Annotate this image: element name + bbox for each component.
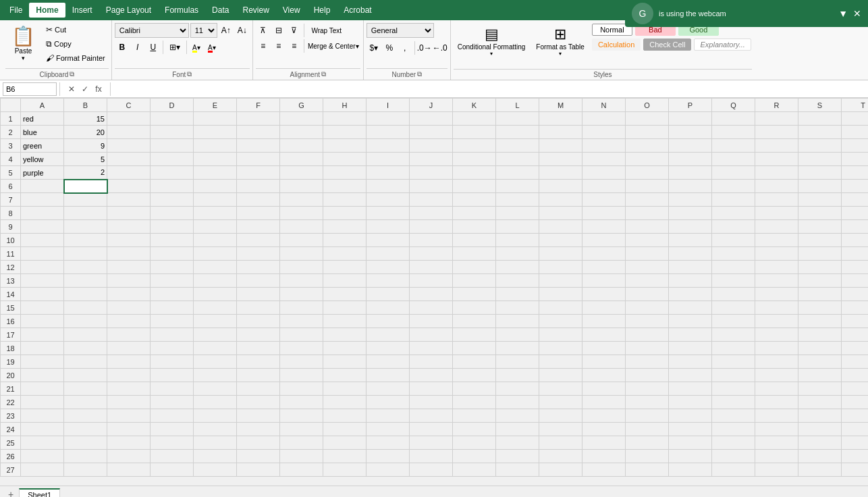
cell-F12[interactable] (237, 261, 280, 274)
cell-L22[interactable] (496, 396, 539, 409)
cell-O16[interactable] (626, 315, 669, 328)
cell-J12[interactable] (410, 261, 453, 274)
cell-R5[interactable] (755, 166, 798, 180)
cell-S3[interactable] (798, 139, 842, 153)
cell-R27[interactable] (755, 463, 798, 477)
cell-O9[interactable] (626, 220, 669, 234)
cell-M14[interactable] (539, 288, 582, 301)
cell-F3[interactable] (237, 139, 280, 153)
cell-C12[interactable] (107, 261, 151, 274)
cell-N10[interactable] (582, 234, 626, 247)
cell-H18[interactable] (323, 342, 367, 355)
cell-B27[interactable] (64, 463, 107, 477)
cell-L3[interactable] (496, 139, 539, 153)
cell-N21[interactable] (582, 382, 626, 396)
cell-A17[interactable] (21, 328, 64, 342)
menu-item-acrobat[interactable]: Acrobat (337, 3, 378, 18)
cell-P27[interactable] (669, 463, 712, 477)
row-num-9[interactable]: 9 (1, 220, 21, 234)
cell-R19[interactable] (755, 355, 798, 369)
cell-A20[interactable] (21, 369, 64, 382)
conditional-formatting-button[interactable]: ▤ Conditional Formatting ▾ (454, 23, 530, 59)
row-num-8[interactable]: 8 (1, 207, 21, 220)
cell-A6[interactable] (21, 180, 64, 193)
cell-B11[interactable] (64, 247, 107, 261)
cell-H13[interactable] (323, 274, 367, 288)
cell-R23[interactable] (755, 409, 798, 423)
cell-O12[interactable] (626, 261, 669, 274)
cell-D15[interactable] (151, 301, 194, 315)
cell-C11[interactable] (107, 247, 151, 261)
cell-R6[interactable] (755, 180, 798, 193)
wrap-text-button[interactable]: Wrap Text (306, 23, 347, 38)
cell-B8[interactable] (64, 207, 107, 220)
cell-J11[interactable] (410, 247, 453, 261)
cell-P24[interactable] (669, 423, 712, 436)
cell-A14[interactable] (21, 288, 64, 301)
col-header-Q[interactable]: Q (712, 99, 755, 112)
cell-A18[interactable] (21, 342, 64, 355)
cell-A7[interactable] (21, 193, 64, 207)
col-header-M[interactable]: M (539, 99, 582, 112)
cell-I13[interactable] (367, 274, 410, 288)
cell-B6[interactable] (64, 180, 107, 193)
cell-E24[interactable] (194, 423, 237, 436)
cell-I9[interactable] (367, 220, 410, 234)
cell-S26[interactable] (798, 450, 842, 463)
menu-item-page layout[interactable]: Page Layout (99, 3, 158, 18)
cell-Q9[interactable] (712, 220, 755, 234)
cell-T8[interactable] (842, 207, 869, 220)
cell-B4[interactable]: 5 (64, 153, 107, 166)
cell-C4[interactable] (107, 153, 151, 166)
cell-J1[interactable] (410, 112, 453, 126)
cell-D17[interactable] (151, 328, 194, 342)
cell-I14[interactable] (367, 288, 410, 301)
cell-T20[interactable] (842, 369, 869, 382)
cell-E11[interactable] (194, 247, 237, 261)
decrease-decimal-button[interactable]: ←.0 (433, 41, 447, 55)
cell-I20[interactable] (367, 369, 410, 382)
cell-G26[interactable] (280, 450, 323, 463)
cell-Q24[interactable] (712, 423, 755, 436)
cell-G6[interactable] (280, 180, 323, 193)
cell-J18[interactable] (410, 342, 453, 355)
cell-L10[interactable] (496, 234, 539, 247)
cell-F26[interactable] (237, 450, 280, 463)
cell-Q16[interactable] (712, 315, 755, 328)
cell-H12[interactable] (323, 261, 367, 274)
cell-T17[interactable] (842, 328, 869, 342)
cell-N7[interactable] (582, 193, 626, 207)
cell-A13[interactable] (21, 274, 64, 288)
cell-F24[interactable] (237, 423, 280, 436)
cell-N22[interactable] (582, 396, 626, 409)
cell-O10[interactable] (626, 234, 669, 247)
cell-L27[interactable] (496, 463, 539, 477)
cell-B20[interactable] (64, 369, 107, 382)
cell-F5[interactable] (237, 166, 280, 180)
cell-D7[interactable] (151, 193, 194, 207)
cell-F15[interactable] (237, 301, 280, 315)
cell-T5[interactable] (842, 166, 869, 180)
cell-C13[interactable] (107, 274, 151, 288)
cell-F10[interactable] (237, 234, 280, 247)
col-header-D[interactable]: D (151, 99, 194, 112)
cell-O7[interactable] (626, 193, 669, 207)
cell-O1[interactable] (626, 112, 669, 126)
cell-K11[interactable] (453, 247, 496, 261)
cell-C23[interactable] (107, 409, 151, 423)
cell-M1[interactable] (539, 112, 582, 126)
row-num-1[interactable]: 1 (1, 112, 21, 126)
cell-B15[interactable] (64, 301, 107, 315)
cell-S8[interactable] (798, 207, 842, 220)
cell-M11[interactable] (539, 247, 582, 261)
cell-D19[interactable] (151, 355, 194, 369)
row-num-11[interactable]: 11 (1, 247, 21, 261)
row-num-25[interactable]: 25 (1, 436, 21, 450)
cell-Q11[interactable] (712, 247, 755, 261)
paste-button[interactable]: 📋 Paste ▾ (5, 23, 41, 65)
format-as-table-button[interactable]: ⊞ Format as Table ▾ (532, 23, 589, 59)
cell-S19[interactable] (798, 355, 842, 369)
cell-D22[interactable] (151, 396, 194, 409)
cell-P2[interactable] (669, 126, 712, 139)
cell-B18[interactable] (64, 342, 107, 355)
